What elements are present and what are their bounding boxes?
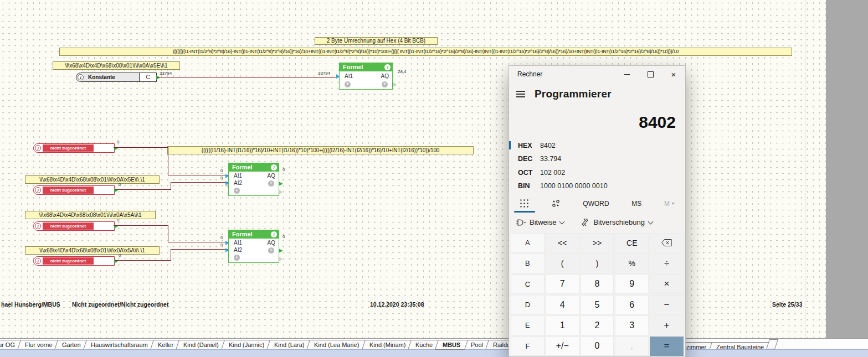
key-ce[interactable]: CE xyxy=(615,233,649,252)
info-icon[interactable]: i xyxy=(384,64,391,70)
unassigned-input-block-4[interactable]: i nicht zugeordnet xyxy=(33,256,115,266)
key-backspace[interactable] xyxy=(650,233,684,252)
port-aq[interactable]: AQ xyxy=(381,73,389,79)
key-comma[interactable]: , xyxy=(615,337,649,356)
key-7[interactable]: 7 xyxy=(546,275,579,294)
memory-store-button[interactable]: MS xyxy=(631,194,641,213)
input-arrow-icon[interactable] xyxy=(336,74,340,79)
minimize-button[interactable] xyxy=(615,66,639,82)
key-6[interactable]: 6 xyxy=(615,295,649,314)
formel-block-2[interactable]: Formel i AI1 AQ AI2 + + xyxy=(228,163,279,196)
calculator-window[interactable]: Rechner × Programmierer 8402 HEX8402DEC3… xyxy=(509,65,686,357)
key-9[interactable]: 9 xyxy=(615,275,649,294)
hex-string-label-3[interactable]: \i\x68\x4D\x4D\x68\x08\x01\i\i\x0A\x5A\i… xyxy=(25,211,156,219)
maximize-button[interactable] xyxy=(639,66,662,82)
radix-row-dec[interactable]: DEC33.794 xyxy=(509,153,685,165)
key-multiply[interactable]: × xyxy=(650,275,684,294)
key-3[interactable]: 3 xyxy=(615,315,649,335)
formel-block-3[interactable]: Formel i AI1 AQ AI2 + + xyxy=(228,230,279,263)
tab-mbus[interactable]: MBUS xyxy=(435,340,468,350)
formula-comment-mid[interactable]: ((((((I1/16)-INT(I1/16))*16)/10+INT(I1/1… xyxy=(167,146,474,154)
key-c[interactable]: C xyxy=(511,275,545,294)
key-f[interactable]: F xyxy=(511,337,545,356)
key-negate[interactable]: +/− xyxy=(546,337,579,356)
konstante-block[interactable]: i Konstante C xyxy=(76,73,157,82)
key-8[interactable]: 8 xyxy=(581,275,614,294)
key-2[interactable]: 2 xyxy=(581,315,614,335)
port-aq[interactable]: AQ xyxy=(268,173,275,179)
output-arrow-icon[interactable] xyxy=(279,182,283,186)
key-plus[interactable]: + xyxy=(650,315,684,335)
bitwise-dropdown[interactable]: Bitweise xyxy=(516,218,564,226)
input-arrow-icon[interactable] xyxy=(225,174,229,178)
add-output-icon[interactable]: + xyxy=(268,247,274,253)
key-4[interactable]: 4 xyxy=(546,295,579,314)
key-a[interactable]: A xyxy=(511,233,545,252)
output-arrow-icon[interactable] xyxy=(114,224,118,229)
key-shift-right[interactable]: >> xyxy=(581,233,614,252)
word-size-button[interactable]: QWORD xyxy=(583,194,609,213)
key-b[interactable]: B xyxy=(511,253,545,273)
key-e[interactable]: E xyxy=(511,315,545,335)
key-shift-left[interactable]: << xyxy=(546,233,579,252)
comment-title-box[interactable]: 2 Byte Umrechnung auf Hex (4 Bit BCB) xyxy=(315,37,438,45)
port-ai2[interactable]: AI2 xyxy=(234,180,242,186)
output-arrow-icon[interactable] xyxy=(114,259,118,263)
tab-kind-miriam-[interactable]: Kind (Miriam) xyxy=(362,340,413,350)
hex-string-label-1[interactable]: \i\x68\x4D\x4D\x68\x08\x01\i\i\x0A\x5E\i… xyxy=(53,61,180,70)
add-input-icon[interactable]: + xyxy=(234,188,240,194)
full-keypad-toggle[interactable] xyxy=(520,194,529,213)
hex-string-label-4[interactable]: \i\x68\x4D\x4D\x68\x08\x01\i\i\x0A\x5A\i… xyxy=(25,246,160,255)
key-d[interactable]: D xyxy=(511,295,545,314)
unassigned-input-block-1[interactable]: i nicht zugeordnet xyxy=(33,143,115,153)
add-input-icon[interactable]: + xyxy=(345,81,351,87)
key-0[interactable]: 0 xyxy=(581,337,614,356)
tab-kind-lea-marie-[interactable]: Kind (Lea Marie) xyxy=(306,340,367,350)
formula-comment-top[interactable]: ((((((((I1-INT(I1/2^8)*2^8)/16)-INT((I1-… xyxy=(59,48,792,56)
output-arrow-icon[interactable] xyxy=(114,146,118,151)
unassigned-input-block-3[interactable]: i nicht zugeordnet xyxy=(33,221,115,231)
key-minus[interactable]: − xyxy=(650,295,684,314)
port-ai1[interactable]: AI1 xyxy=(234,240,242,246)
key-1[interactable]: 1 xyxy=(546,315,579,335)
output-arrow-icon[interactable] xyxy=(279,249,283,253)
tab-hauswirtschaftsraum[interactable]: Hauswirtschaftsraum xyxy=(83,340,156,350)
tab-kind-daniel-[interactable]: Kind (Daniel) xyxy=(176,340,226,350)
hex-string-label-2[interactable]: \i\x68\x4D\x4D\x68\x08\x01\i\i\x0A\x5E\i… xyxy=(25,175,160,184)
port-ai1[interactable]: AI1 xyxy=(345,73,353,79)
radix-row-hex[interactable]: HEX8402 xyxy=(509,139,685,151)
input-arrow-icon[interactable] xyxy=(225,241,229,245)
tab-kind-jannic-[interactable]: Kind (Jannic) xyxy=(221,340,272,350)
info-icon[interactable]: i xyxy=(271,231,277,237)
bit-keypad-toggle[interactable] xyxy=(552,194,561,213)
add-input-icon[interactable]: + xyxy=(234,255,240,261)
add-output-icon[interactable]: + xyxy=(268,180,274,187)
tab-new-empty[interactable] xyxy=(766,339,778,349)
radix-row-bin[interactable]: BIN1000 0100 0000 0010 xyxy=(509,180,685,192)
info-icon[interactable]: i xyxy=(271,164,277,170)
memory-flyout-button[interactable]: M xyxy=(664,194,675,213)
konstante-port-c[interactable]: C xyxy=(139,73,156,81)
port-ai1[interactable]: AI1 xyxy=(234,173,242,179)
formel-block-1[interactable]: Formel i AI1 AQ + + xyxy=(339,63,393,90)
key-divide[interactable]: ÷ xyxy=(650,253,684,273)
key-percent[interactable]: % xyxy=(615,253,649,273)
key-close-paren[interactable]: ) xyxy=(581,253,614,273)
output-arrow-icon[interactable] xyxy=(114,188,118,193)
port-ai2[interactable]: AI2 xyxy=(234,247,242,253)
calc-titlebar[interactable]: Rechner × xyxy=(509,66,685,82)
input-arrow-icon[interactable] xyxy=(225,248,229,252)
key-5[interactable]: 5 xyxy=(581,295,614,314)
unassigned-input-block-2[interactable]: i nicht zugeordnet xyxy=(33,185,115,195)
port-aq[interactable]: AQ xyxy=(268,240,275,246)
key-open-paren[interactable]: ( xyxy=(546,253,579,273)
add-output-icon[interactable]: + xyxy=(382,81,388,87)
program-canvas[interactable]: 2 Byte Umrechnung auf Hex (4 Bit BCB) ((… xyxy=(0,0,826,338)
key-equals[interactable]: = xyxy=(650,337,684,356)
bitshift-dropdown[interactable]: Bitverschiebung xyxy=(581,218,653,226)
tab-kind-lara-[interactable]: Kind (Lara) xyxy=(266,340,312,350)
tab-flur-vorne[interactable]: Flur vorne xyxy=(17,340,60,350)
radix-row-oct[interactable]: OCT102 002 xyxy=(509,167,685,178)
close-button[interactable]: × xyxy=(662,66,685,82)
menu-icon[interactable] xyxy=(516,91,525,97)
